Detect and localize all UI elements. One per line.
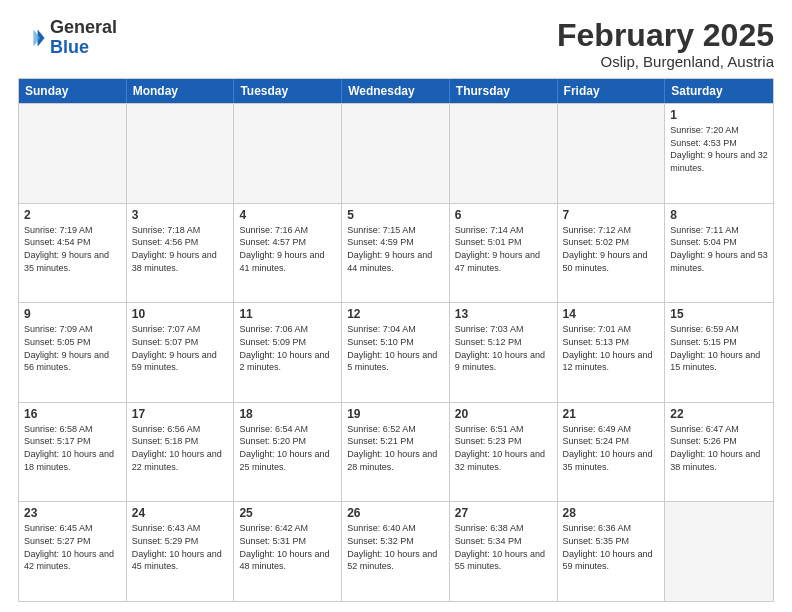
week-row-4: 23Sunrise: 6:45 AM Sunset: 5:27 PM Dayli… (19, 501, 773, 601)
day-number: 12 (347, 307, 444, 321)
header-day-monday: Monday (127, 79, 235, 103)
day-info: Sunrise: 7:19 AM Sunset: 4:54 PM Dayligh… (24, 224, 121, 274)
day-number: 13 (455, 307, 552, 321)
page: General Blue February 2025 Oslip, Burgen… (0, 0, 792, 612)
day-number: 1 (670, 108, 768, 122)
day-info: Sunrise: 7:12 AM Sunset: 5:02 PM Dayligh… (563, 224, 660, 274)
day-number: 8 (670, 208, 768, 222)
calendar-body: 1Sunrise: 7:20 AM Sunset: 4:53 PM Daylig… (19, 103, 773, 601)
header: General Blue February 2025 Oslip, Burgen… (18, 18, 774, 70)
day-cell-6: 6Sunrise: 7:14 AM Sunset: 5:01 PM Daylig… (450, 204, 558, 303)
day-cell-8: 8Sunrise: 7:11 AM Sunset: 5:04 PM Daylig… (665, 204, 773, 303)
calendar-subtitle: Oslip, Burgenland, Austria (557, 53, 774, 70)
day-cell-27: 27Sunrise: 6:38 AM Sunset: 5:34 PM Dayli… (450, 502, 558, 601)
day-info: Sunrise: 7:20 AM Sunset: 4:53 PM Dayligh… (670, 124, 768, 174)
day-cell-19: 19Sunrise: 6:52 AM Sunset: 5:21 PM Dayli… (342, 403, 450, 502)
header-day-tuesday: Tuesday (234, 79, 342, 103)
day-cell-23: 23Sunrise: 6:45 AM Sunset: 5:27 PM Dayli… (19, 502, 127, 601)
day-info: Sunrise: 6:56 AM Sunset: 5:18 PM Dayligh… (132, 423, 229, 473)
header-day-thursday: Thursday (450, 79, 558, 103)
day-info: Sunrise: 6:43 AM Sunset: 5:29 PM Dayligh… (132, 522, 229, 572)
day-number: 19 (347, 407, 444, 421)
day-number: 5 (347, 208, 444, 222)
day-cell-12: 12Sunrise: 7:04 AM Sunset: 5:10 PM Dayli… (342, 303, 450, 402)
day-number: 3 (132, 208, 229, 222)
header-day-friday: Friday (558, 79, 666, 103)
week-row-2: 9Sunrise: 7:09 AM Sunset: 5:05 PM Daylig… (19, 302, 773, 402)
day-number: 22 (670, 407, 768, 421)
day-number: 14 (563, 307, 660, 321)
day-info: Sunrise: 6:42 AM Sunset: 5:31 PM Dayligh… (239, 522, 336, 572)
day-info: Sunrise: 7:09 AM Sunset: 5:05 PM Dayligh… (24, 323, 121, 373)
day-info: Sunrise: 7:16 AM Sunset: 4:57 PM Dayligh… (239, 224, 336, 274)
day-info: Sunrise: 7:14 AM Sunset: 5:01 PM Dayligh… (455, 224, 552, 274)
day-info: Sunrise: 6:59 AM Sunset: 5:15 PM Dayligh… (670, 323, 768, 373)
day-cell-3: 3Sunrise: 7:18 AM Sunset: 4:56 PM Daylig… (127, 204, 235, 303)
empty-cell (665, 502, 773, 601)
logo: General Blue (18, 18, 117, 58)
empty-cell (558, 104, 666, 203)
day-cell-9: 9Sunrise: 7:09 AM Sunset: 5:05 PM Daylig… (19, 303, 127, 402)
week-row-0: 1Sunrise: 7:20 AM Sunset: 4:53 PM Daylig… (19, 103, 773, 203)
day-info: Sunrise: 7:03 AM Sunset: 5:12 PM Dayligh… (455, 323, 552, 373)
day-cell-28: 28Sunrise: 6:36 AM Sunset: 5:35 PM Dayli… (558, 502, 666, 601)
day-number: 9 (24, 307, 121, 321)
empty-cell (127, 104, 235, 203)
day-number: 23 (24, 506, 121, 520)
day-cell-25: 25Sunrise: 6:42 AM Sunset: 5:31 PM Dayli… (234, 502, 342, 601)
day-cell-26: 26Sunrise: 6:40 AM Sunset: 5:32 PM Dayli… (342, 502, 450, 601)
day-number: 4 (239, 208, 336, 222)
logo-icon (18, 24, 46, 52)
day-info: Sunrise: 6:49 AM Sunset: 5:24 PM Dayligh… (563, 423, 660, 473)
day-info: Sunrise: 7:18 AM Sunset: 4:56 PM Dayligh… (132, 224, 229, 274)
day-number: 11 (239, 307, 336, 321)
day-number: 17 (132, 407, 229, 421)
logo-general: General (50, 17, 117, 37)
day-number: 20 (455, 407, 552, 421)
day-info: Sunrise: 7:04 AM Sunset: 5:10 PM Dayligh… (347, 323, 444, 373)
title-block: February 2025 Oslip, Burgenland, Austria (557, 18, 774, 70)
day-cell-5: 5Sunrise: 7:15 AM Sunset: 4:59 PM Daylig… (342, 204, 450, 303)
week-row-1: 2Sunrise: 7:19 AM Sunset: 4:54 PM Daylig… (19, 203, 773, 303)
day-info: Sunrise: 7:11 AM Sunset: 5:04 PM Dayligh… (670, 224, 768, 274)
day-number: 7 (563, 208, 660, 222)
day-info: Sunrise: 6:40 AM Sunset: 5:32 PM Dayligh… (347, 522, 444, 572)
day-cell-4: 4Sunrise: 7:16 AM Sunset: 4:57 PM Daylig… (234, 204, 342, 303)
day-info: Sunrise: 6:36 AM Sunset: 5:35 PM Dayligh… (563, 522, 660, 572)
week-row-3: 16Sunrise: 6:58 AM Sunset: 5:17 PM Dayli… (19, 402, 773, 502)
day-info: Sunrise: 6:51 AM Sunset: 5:23 PM Dayligh… (455, 423, 552, 473)
calendar-header: SundayMondayTuesdayWednesdayThursdayFrid… (19, 79, 773, 103)
day-info: Sunrise: 7:07 AM Sunset: 5:07 PM Dayligh… (132, 323, 229, 373)
empty-cell (450, 104, 558, 203)
header-day-sunday: Sunday (19, 79, 127, 103)
day-number: 21 (563, 407, 660, 421)
day-cell-14: 14Sunrise: 7:01 AM Sunset: 5:13 PM Dayli… (558, 303, 666, 402)
empty-cell (19, 104, 127, 203)
header-day-wednesday: Wednesday (342, 79, 450, 103)
empty-cell (234, 104, 342, 203)
day-info: Sunrise: 6:52 AM Sunset: 5:21 PM Dayligh… (347, 423, 444, 473)
day-info: Sunrise: 7:01 AM Sunset: 5:13 PM Dayligh… (563, 323, 660, 373)
logo-text: General Blue (50, 18, 117, 58)
day-number: 15 (670, 307, 768, 321)
day-info: Sunrise: 6:54 AM Sunset: 5:20 PM Dayligh… (239, 423, 336, 473)
day-cell-24: 24Sunrise: 6:43 AM Sunset: 5:29 PM Dayli… (127, 502, 235, 601)
day-info: Sunrise: 7:06 AM Sunset: 5:09 PM Dayligh… (239, 323, 336, 373)
day-number: 28 (563, 506, 660, 520)
day-number: 25 (239, 506, 336, 520)
header-day-saturday: Saturday (665, 79, 773, 103)
day-cell-17: 17Sunrise: 6:56 AM Sunset: 5:18 PM Dayli… (127, 403, 235, 502)
calendar-title: February 2025 (557, 18, 774, 53)
day-number: 10 (132, 307, 229, 321)
day-cell-15: 15Sunrise: 6:59 AM Sunset: 5:15 PM Dayli… (665, 303, 773, 402)
day-info: Sunrise: 6:58 AM Sunset: 5:17 PM Dayligh… (24, 423, 121, 473)
day-info: Sunrise: 6:38 AM Sunset: 5:34 PM Dayligh… (455, 522, 552, 572)
day-number: 6 (455, 208, 552, 222)
day-number: 27 (455, 506, 552, 520)
day-cell-20: 20Sunrise: 6:51 AM Sunset: 5:23 PM Dayli… (450, 403, 558, 502)
day-number: 2 (24, 208, 121, 222)
day-info: Sunrise: 6:47 AM Sunset: 5:26 PM Dayligh… (670, 423, 768, 473)
day-number: 24 (132, 506, 229, 520)
day-cell-1: 1Sunrise: 7:20 AM Sunset: 4:53 PM Daylig… (665, 104, 773, 203)
day-cell-10: 10Sunrise: 7:07 AM Sunset: 5:07 PM Dayli… (127, 303, 235, 402)
